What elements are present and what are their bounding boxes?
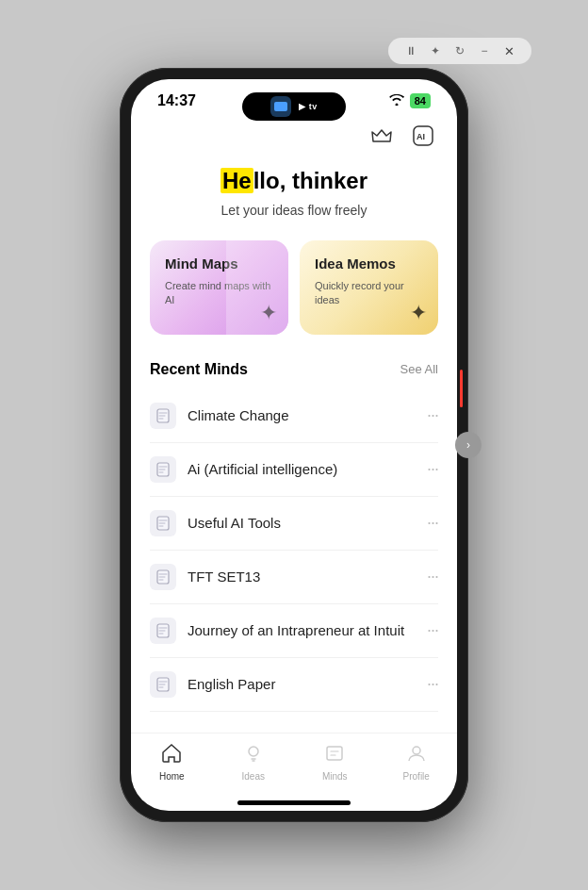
list-item-icon — [150, 564, 176, 590]
main-content: Hello, thinker Let your ideas flow freel… — [131, 158, 457, 733]
idea-memos-subtitle: Quickly record your ideas — [315, 279, 423, 308]
svg-rect-9 — [327, 747, 342, 760]
di-app-icon — [270, 96, 291, 117]
recent-list: Climate Change ··· Ai (Artificial intell… — [150, 389, 438, 712]
refresh-icon[interactable]: ↻ — [452, 43, 467, 58]
cards-row: Mind Maps Create mind maps with AI ✦ Ide… — [150, 240, 438, 335]
list-item-label: Ai (Artificial intelligence) — [188, 461, 419, 477]
hero-subtitle: Let your ideas flow freely — [150, 203, 438, 218]
phone-screen: 14:37 ▶ tv 84 — [131, 79, 457, 811]
list-more-icon[interactable]: ··· — [419, 567, 438, 586]
dynamic-island: ▶ tv — [242, 92, 346, 121]
idea-memos-decoration: ✦ — [410, 301, 427, 325]
svg-point-8 — [249, 747, 258, 756]
status-right: 84 — [389, 93, 431, 108]
list-item[interactable]: Useful AI Tools ··· — [150, 497, 438, 551]
nav-minds[interactable]: Minds — [294, 743, 376, 782]
home-icon — [161, 743, 182, 768]
list-more-icon[interactable]: ··· — [419, 620, 438, 640]
top-icons: AI — [131, 117, 457, 158]
list-item-icon — [150, 456, 176, 483]
list-more-icon[interactable]: ··· — [419, 405, 438, 425]
browser-chrome: ⏸ ✦ ↻ − ✕ — [388, 38, 531, 64]
list-item-label: Climate Change — [188, 407, 419, 423]
idea-memos-card[interactable]: Idea Memos Quickly record your ideas ✦ — [300, 240, 438, 335]
svg-text:AI: AI — [416, 132, 425, 141]
list-item-label: TFT SET13 — [188, 569, 419, 585]
mind-maps-decoration: ✦ — [260, 301, 277, 325]
list-more-icon[interactable]: ··· — [419, 459, 438, 479]
di-tv-label: ▶ tv — [299, 102, 318, 111]
list-item-label: Useful AI Tools — [188, 515, 419, 531]
list-item-icon — [150, 671, 176, 698]
svg-point-10 — [413, 747, 420, 754]
scroll-indicator — [460, 370, 463, 407]
mind-maps-card[interactable]: Mind Maps Create mind maps with AI ✦ — [150, 240, 288, 335]
hero-title-rest: llo, thinker — [253, 168, 368, 193]
ai-button[interactable]: AI — [408, 121, 438, 151]
list-item[interactable]: English Paper ··· — [150, 658, 438, 712]
status-time: 14:37 — [157, 92, 196, 109]
side-arrow[interactable]: › — [455, 432, 482, 458]
di-icon-inner — [274, 102, 287, 111]
recent-section-title: Recent Minds — [150, 361, 248, 378]
pause-icon[interactable]: ⏸ — [403, 43, 418, 58]
battery-indicator: 84 — [410, 93, 431, 108]
mind-maps-title: Mind Maps — [165, 255, 273, 272]
home-label: Home — [159, 771, 185, 782]
hero-highlight: He — [220, 168, 253, 193]
nav-ideas[interactable]: Ideas — [213, 743, 295, 782]
see-all-button[interactable]: See All — [400, 362, 438, 376]
list-item-icon — [150, 618, 176, 644]
list-item-icon — [150, 403, 176, 429]
hero-title: Hello, thinker — [150, 168, 438, 195]
star-icon[interactable]: ✦ — [428, 43, 443, 58]
list-item-label: Journey of an Intrapreneur at Intuit — [188, 622, 419, 638]
idea-memos-title: Idea Memos — [315, 255, 423, 272]
nav-profile[interactable]: Profile — [376, 743, 458, 782]
bottom-nav: Home Ideas — [131, 733, 457, 800]
list-more-icon[interactable]: ··· — [419, 513, 438, 533]
profile-label: Profile — [403, 771, 430, 782]
list-item[interactable]: Ai (Artificial intelligence) ··· — [150, 443, 438, 497]
minds-icon — [324, 743, 345, 768]
list-item[interactable]: Climate Change ··· — [150, 389, 438, 443]
wifi-icon — [389, 94, 404, 108]
minds-label: Minds — [322, 771, 348, 782]
status-bar: 14:37 ▶ tv 84 — [131, 79, 457, 117]
hero-section: Hello, thinker Let your ideas flow freel… — [150, 158, 438, 240]
minimize-icon[interactable]: − — [477, 43, 492, 58]
nav-home[interactable]: Home — [131, 743, 213, 782]
profile-icon — [406, 743, 427, 768]
list-item[interactable]: Journey of an Intrapreneur at Intuit ··· — [150, 604, 438, 658]
list-more-icon[interactable]: ··· — [419, 674, 438, 694]
phone-frame: 14:37 ▶ tv 84 — [120, 68, 468, 822]
ideas-label: Ideas — [242, 771, 265, 782]
list-item[interactable]: TFT SET13 ··· — [150, 551, 438, 604]
close-icon[interactable]: ✕ — [501, 43, 516, 58]
crown-button[interactable] — [367, 121, 397, 151]
home-indicator — [237, 800, 351, 805]
list-item-label: English Paper — [188, 676, 419, 692]
mind-maps-subtitle: Create mind maps with AI — [165, 279, 273, 308]
section-header: Recent Minds See All — [150, 361, 438, 378]
ideas-icon — [243, 743, 264, 768]
list-item-icon — [150, 510, 176, 536]
